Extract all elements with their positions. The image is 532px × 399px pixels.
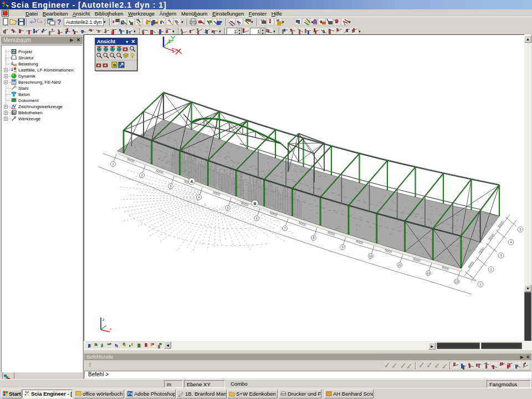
svg-text:Ps: Ps: [128, 391, 133, 396]
svg-text:11: 11: [398, 263, 401, 267]
svg-text:A: A: [190, 180, 193, 183]
svg-text:z: z: [103, 318, 105, 321]
svg-text:?: ?: [57, 18, 61, 26]
svg-text:1: 1: [479, 283, 481, 286]
svg-text:5: 5: [227, 206, 228, 209]
svg-text:10: 10: [369, 254, 372, 258]
svg-text:x: x: [110, 327, 112, 331]
svg-text:B: B: [253, 202, 256, 206]
svg-text:4: 4: [510, 241, 511, 244]
svg-text:7500: 7500: [478, 247, 485, 255]
svg-text:3: 3: [500, 254, 502, 257]
svg-text:9: 9: [341, 245, 343, 249]
svg-text:3: 3: [170, 185, 171, 188]
svg-text:13: 13: [455, 280, 458, 283]
svg-text:4: 4: [198, 196, 200, 199]
svg-text:7: 7: [284, 227, 285, 230]
svg-text:6: 6: [255, 217, 257, 220]
svg-text:8: 8: [313, 236, 314, 239]
svg-text:12: 12: [427, 272, 430, 275]
svg-text:5: 5: [519, 228, 521, 231]
svg-text:1: 1: [112, 162, 114, 166]
svg-text:2: 2: [490, 268, 492, 271]
svg-text:B: B: [113, 63, 116, 68]
svg-text:2: 2: [141, 173, 142, 177]
